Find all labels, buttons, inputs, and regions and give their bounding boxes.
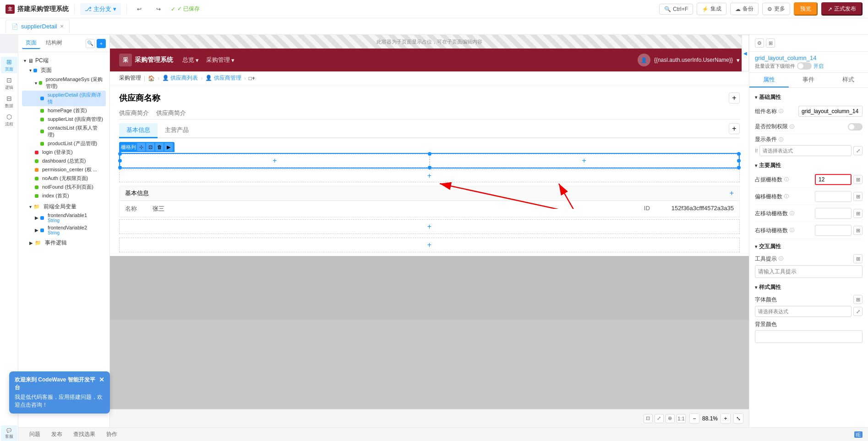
section-add-icon[interactable]: + — [730, 189, 734, 197]
supplier-tab-intro2[interactable]: 供应商简介 — [156, 107, 186, 119]
left-move-input[interactable] — [815, 208, 852, 219]
grid-more-icon[interactable]: ▶ — [164, 143, 173, 151]
bottom-tab-issues[interactable]: 问题 — [27, 430, 42, 438]
font-color-expand2-icon[interactable]: ⤢ — [853, 307, 863, 316]
auth-toggle[interactable] — [848, 123, 863, 131]
collapse-right-panel-icon[interactable]: ◀ — [742, 35, 749, 71]
col-add-icon-left[interactable]: + — [273, 157, 277, 165]
more-button[interactable]: ⚙ 更多 — [762, 3, 790, 15]
right-move-expand-icon[interactable]: ⊞ — [853, 226, 863, 235]
offset-cols-input[interactable] — [815, 191, 852, 202]
handle-mr[interactable] — [737, 159, 741, 163]
undo-button[interactable]: ↩ — [132, 4, 146, 14]
condition-expand-icon[interactable]: ⤢ — [853, 146, 863, 155]
expand-canvas-button[interactable]: ⤡ — [733, 414, 743, 424]
col-add-icon-right[interactable]: + — [582, 157, 586, 165]
comp-name-input[interactable] — [798, 106, 863, 117]
grid-move-icon[interactable]: ⊹ — [137, 143, 145, 151]
bottom-tab-findresult[interactable]: 查找选果 — [71, 430, 97, 438]
tree-item-supplier-list[interactable]: supplierList (供应商管理) — [22, 115, 106, 124]
supplier-tab-intro1[interactable]: 供应商简介 — [119, 107, 149, 119]
grid-copy-icon[interactable]: ⊡ — [146, 143, 154, 151]
bottom-tab-collab[interactable]: 协作 — [104, 430, 119, 438]
breadcrumb-link1[interactable]: 👤 供应商列表 — [162, 74, 198, 82]
tree-item-dashboard[interactable]: dashboard (总览页) — [22, 157, 106, 165]
panel-tab-props[interactable]: 属性 — [749, 73, 789, 87]
tree-item-procure[interactable]: ▾ procureManageSys (采购管理) — [22, 75, 106, 91]
bottom-add-button[interactable]: + — [119, 219, 740, 234]
tree-item-homepage[interactable]: homePage (首页) — [22, 106, 106, 115]
add-tab-button[interactable]: + — [729, 123, 740, 134]
sidebar-icon-flow[interactable]: ⬡ 流程 — [1, 112, 17, 128]
tree-item-frontend-vars[interactable]: ▾ 📁 前端全局变量 — [22, 202, 106, 212]
tree-item-supplier-detail[interactable]: supplierDetail (供应商详情 — [22, 91, 106, 106]
span-cols-input[interactable] — [815, 174, 852, 185]
chat-close-icon[interactable]: ✕ — [99, 376, 104, 392]
tree-item-products[interactable]: productList (产品管理) — [22, 139, 106, 148]
tree-item-login[interactable]: login (登录页) — [22, 148, 106, 157]
tree-item-frontend-var1[interactable]: ▶ frontendVariable1 String — [22, 212, 106, 224]
content-tab-basic[interactable]: 基本信息 — [119, 123, 158, 138]
tree-item-index[interactable]: index (首页) — [22, 191, 106, 200]
preview-button[interactable]: 预览 — [794, 2, 818, 16]
row-add-button[interactable]: + — [119, 169, 740, 182]
tree-item-pc[interactable]: ▾ 🖥 PC端 — [22, 56, 106, 65]
sidebar-add-button[interactable]: + — [97, 39, 106, 48]
bg-color-input[interactable] — [755, 330, 863, 343]
breadcrumb-link2[interactable]: 👤 供应商管理 — [205, 74, 241, 82]
sidebar-icon-logic[interactable]: ⊡ 逻辑 — [1, 75, 17, 92]
redo-button[interactable]: ↪ — [152, 4, 165, 14]
chat-content[interactable]: 我是低代码客服，应用搭建问题，欢迎点击咨询！ — [15, 393, 104, 409]
tree-item-frontend-var2[interactable]: ▶ frontendVariable2 String — [22, 224, 106, 236]
zoom-out-button[interactable]: − — [689, 414, 699, 424]
tree-item-permission[interactable]: permission_center (权 ... — [22, 165, 106, 174]
integrate-button[interactable]: ⚡ 集成 — [697, 3, 726, 15]
panel-tab-events[interactable]: 事件 — [789, 73, 828, 87]
span-expand-icon[interactable]: ⊞ — [853, 175, 863, 184]
backup-button[interactable]: ☁ 备份 — [730, 3, 759, 15]
outer-add-button[interactable]: + — [119, 238, 740, 252]
handle-bm[interactable] — [428, 166, 431, 169]
tooltip-input[interactable] — [755, 265, 863, 278]
sidebar-search-button[interactable]: 🔍 — [86, 39, 95, 48]
nav-item-overview[interactable]: 总览 ▾ — [182, 56, 199, 64]
ratio-button[interactable]: 1:1 — [677, 414, 686, 423]
sidebar-tab-structure[interactable]: 结构树 — [42, 38, 66, 49]
tab-close-icon[interactable]: ✕ — [60, 24, 64, 29]
font-color-expand-icon[interactable]: ⊞ — [853, 295, 863, 304]
grid-delete-icon[interactable]: 🗑 — [155, 143, 164, 151]
sidebar-icon-chat[interactable]: 💬 客服 — [1, 425, 17, 441]
copy-canvas-button[interactable]: ⊡ — [644, 414, 653, 423]
search-button[interactable]: 🔍 Ctrl+F — [659, 4, 693, 15]
panel-tab-style[interactable]: 样式 — [829, 73, 868, 87]
content-tab-products[interactable]: 主营产品 — [158, 123, 196, 137]
nav-item-purchase[interactable]: 采购管理 ▾ — [206, 56, 235, 64]
tree-item-events[interactable]: ▶ 📁 事件逻辑 — [22, 238, 106, 248]
sidebar-tab-pages[interactable]: 页面 — [22, 38, 40, 49]
condition-input[interactable] — [759, 145, 852, 156]
left-move-expand-icon[interactable]: ⊞ — [853, 209, 863, 218]
zoom-in-button[interactable]: + — [721, 414, 731, 424]
right-move-input[interactable] — [815, 225, 852, 236]
bottom-tab-publish[interactable]: 发布 — [49, 430, 64, 438]
tree-item-notfound[interactable]: notFound (找不到页面) — [22, 183, 106, 191]
batch-toggle[interactable] — [797, 62, 812, 70]
center-button[interactable]: ⊕ — [666, 414, 675, 423]
handle-tm[interactable] — [428, 152, 431, 156]
tab-supplier-detail[interactable]: 📄 supplierDetail ✕ — [5, 20, 70, 33]
sidebar-icon-pages[interactable]: ⊞ 页面 — [1, 57, 17, 73]
offset-expand-icon[interactable]: ⊞ — [853, 192, 863, 201]
tree-item-contacts[interactable]: contactsList (联系人管理) — [22, 124, 106, 139]
font-color-input[interactable] — [755, 306, 852, 317]
panel-component-icon[interactable]: ⊞ — [766, 38, 775, 48]
fit-screen-button[interactable]: ⤢ — [655, 414, 664, 423]
canvas-scroll[interactable]: 采 采购管理系统 总览 ▾ 采购管理 ▾ 👤 — [110, 49, 749, 409]
panel-settings-icon[interactable]: ⚙ — [755, 38, 764, 48]
branch-tab[interactable]: ⎇ 主分支 ▾ — [80, 3, 121, 15]
tree-item-pages-folder[interactable]: ▾ 页面 — [22, 65, 106, 75]
publish-button[interactable]: ↗ 正式发布 — [821, 2, 863, 16]
add-button-top[interactable]: + — [729, 93, 740, 103]
handle-ml[interactable] — [118, 159, 122, 163]
sidebar-icon-data[interactable]: ⊟ 数据 — [1, 93, 17, 110]
tooltip-expand-icon[interactable]: ⊞ — [853, 254, 863, 263]
